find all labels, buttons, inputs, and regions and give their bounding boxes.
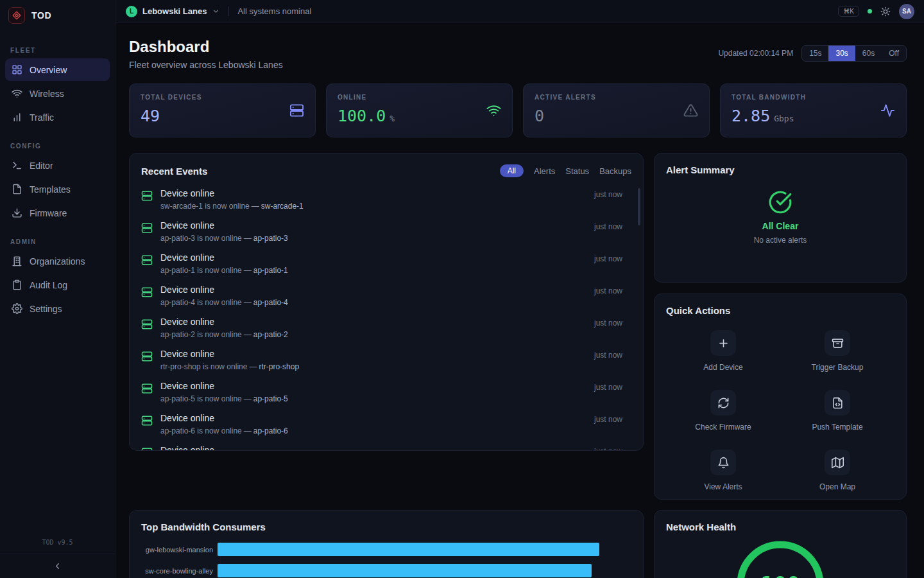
event-detail-text: ap-patio-1 is now online [160,266,242,275]
sidebar-item-wireless[interactable]: Wireless [5,82,110,105]
quick-action-add-device[interactable]: Add Device [666,319,780,379]
command-palette-shortcut[interactable]: ⌘K [838,6,859,17]
event-separator: — [249,362,257,371]
sidebar-item-audit-log[interactable]: Audit Log [5,274,110,296]
event-device: ap-patio-4 [253,298,288,307]
filter-backups[interactable]: Backups [599,166,631,176]
filter-alerts[interactable]: Alerts [534,166,555,176]
quick-action-trigger-backup[interactable]: Trigger Backup [780,319,894,379]
stat-card-online: ONLINE 100.0 % [326,83,513,137]
refresh-option-15s[interactable]: 15s [802,46,828,61]
dashboard-grid: Recent Events All Alerts Status Backups [129,153,907,578]
stat-unit: Gbps [774,114,794,123]
quick-action-push-template[interactable]: Push Template [780,379,894,439]
refresh-option-off[interactable]: Off [882,46,906,61]
event-row[interactable]: Device online ap-patio-4 is now online—a… [141,280,631,312]
events-list: Device online sw-arcade-1 is now online—… [141,184,631,451]
event-title: Device online [160,349,299,360]
bandwidth-device-label: sw-core-bowling-alley [141,567,213,575]
quick-action-view-alerts[interactable]: View Alerts [666,439,780,498]
refresh-option-30s[interactable]: 30s [828,46,855,61]
sidebar-item-label: Settings [30,304,62,314]
sidebar-item-label: Editor [30,161,53,171]
quick-action-label: Trigger Backup [812,363,864,372]
sidebar-item-settings[interactable]: Settings [5,297,110,320]
event-row[interactable]: Device online rtr-pro-shop is now online… [141,344,631,376]
stat-value: 49 [141,107,160,125]
event-row[interactable]: Device online ap-patio-1 is now online—a… [141,248,631,280]
updated-timestamp: Updated 02:00:14 PM [718,49,793,58]
filter-status[interactable]: Status [565,166,589,176]
event-row[interactable]: Device online just now [141,441,631,451]
sun-icon [880,6,891,17]
event-body: Device online rtr-pro-shop is now online… [160,349,299,371]
event-device: ap-patio-5 [253,394,288,403]
panel-title: Alert Summary [666,164,735,175]
server-icon [289,103,304,118]
event-row[interactable]: Device online ap-patio-6 is now online—a… [141,408,631,441]
quick-action-label: Push Template [812,423,862,432]
panel-title: Top Bandwidth Consumers [141,521,266,532]
sidebar-footer: TOD v9.5 [0,539,115,578]
quick-action-check-firmware[interactable]: Check Firmware [666,379,780,439]
stat-value: 100.0 [338,107,386,125]
alert-summary-panel: Alert Summary All Clear No active alerts [654,153,907,283]
event-time: just now [594,381,622,392]
quick-actions-panel: Quick Actions Add Device Trigger Backup [654,293,907,500]
sidebar-item-templates[interactable]: Templates [5,178,110,200]
stat-label: ONLINE [338,94,501,101]
quick-action-label: Open Map [819,482,855,491]
event-title: Device online [160,188,304,199]
event-detail: ap-patio-5 is now online—ap-patio-5 [160,394,288,403]
app-title: TOD [31,10,51,21]
health-gauge: 100 [666,538,894,578]
activity-icon [880,103,895,118]
switch-icon [141,447,153,451]
event-row[interactable]: Device online ap-patio-2 is now online—a… [141,312,631,344]
org-selector[interactable]: L Lebowski Lanes [126,6,220,17]
alert-summary-body: All Clear No active alerts [666,190,894,245]
app-root: TOD FLEET Overview Wireless Traffic CONF… [0,0,924,578]
event-detail: rtr-pro-shop is now online—rtr-pro-shop [160,362,299,371]
clipboard-icon [12,279,22,290]
app-logo-icon [8,7,25,24]
sidebar-item-label: Overview [30,65,67,75]
event-detail-text: sw-arcade-1 is now online [160,202,250,211]
main-area: L Lebowski Lanes All systems nominal ⌘K … [116,0,924,578]
event-row[interactable]: Device online ap-patio-3 is now online—a… [141,216,631,248]
sidebar-item-overview[interactable]: Overview [5,58,110,81]
event-row[interactable]: Device online sw-arcade-1 is now online—… [141,184,631,216]
sidebar-item-traffic[interactable]: Traffic [5,106,110,128]
panel-title: Recent Events [141,166,207,177]
scrollbar[interactable] [638,188,640,225]
event-time: just now [594,252,622,263]
event-body: Device online ap-patio-2 is now online—a… [160,317,288,339]
switch-icon [141,286,153,298]
stat-unit: % [389,114,395,123]
wifi-icon [486,103,501,118]
stat-cards: TOTAL DEVICES 49 ONLINE 100.0 % [129,83,907,137]
event-time: just now [594,349,622,360]
sidebar-item-organizations[interactable]: Organizations [5,250,110,272]
bandwidth-bar [218,543,599,556]
refresh-option-60s[interactable]: 60s [855,46,882,61]
sidebar-item-editor[interactable]: Editor [5,154,110,177]
sidebar-item-label: Audit Log [30,280,67,290]
theme-toggle-button[interactable] [880,6,891,17]
event-detail: sw-arcade-1 is now online—sw-arcade-1 [160,202,304,211]
sidebar: TOD FLEET Overview Wireless Traffic CONF… [0,0,116,578]
health-status-dot [868,9,872,13]
event-row[interactable]: Device online ap-patio-5 is now online—a… [141,376,631,408]
bell-icon [710,450,736,475]
quick-action-label: View Alerts [704,482,742,491]
event-body: Device online ap-patio-4 is now online—a… [160,285,288,307]
user-avatar[interactable]: SA [899,4,914,19]
quick-action-open-map[interactable]: Open Map [780,439,894,498]
sidebar-item-firmware[interactable]: Firmware [5,202,110,224]
event-time: just now [594,413,622,424]
file-code-icon [825,390,850,416]
event-filters: All Alerts Status Backups [500,164,631,177]
event-detail-text: rtr-pro-shop is now online [160,362,247,371]
filter-all[interactable]: All [500,164,524,177]
collapse-sidebar-button[interactable] [0,554,115,578]
